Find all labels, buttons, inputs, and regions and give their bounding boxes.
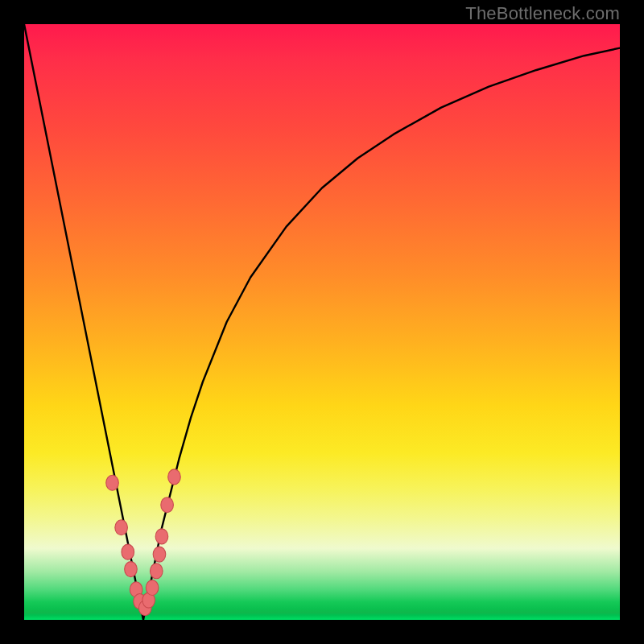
data-marker bbox=[122, 544, 134, 559]
watermark-text: TheBottleneck.com bbox=[465, 3, 620, 24]
data-marker bbox=[106, 475, 119, 490]
bottleneck-curve bbox=[24, 24, 620, 620]
data-marker bbox=[168, 469, 181, 485]
curve-svg bbox=[24, 24, 620, 620]
data-marker bbox=[153, 547, 166, 562]
data-marker bbox=[155, 529, 168, 544]
data-marker bbox=[146, 580, 159, 596]
data-marker bbox=[150, 564, 163, 579]
data-marker bbox=[115, 520, 128, 535]
chart-frame: TheBottleneck.com bbox=[0, 0, 644, 644]
data-marker bbox=[125, 562, 138, 577]
plot-area bbox=[24, 24, 620, 620]
data-marker bbox=[161, 497, 174, 513]
